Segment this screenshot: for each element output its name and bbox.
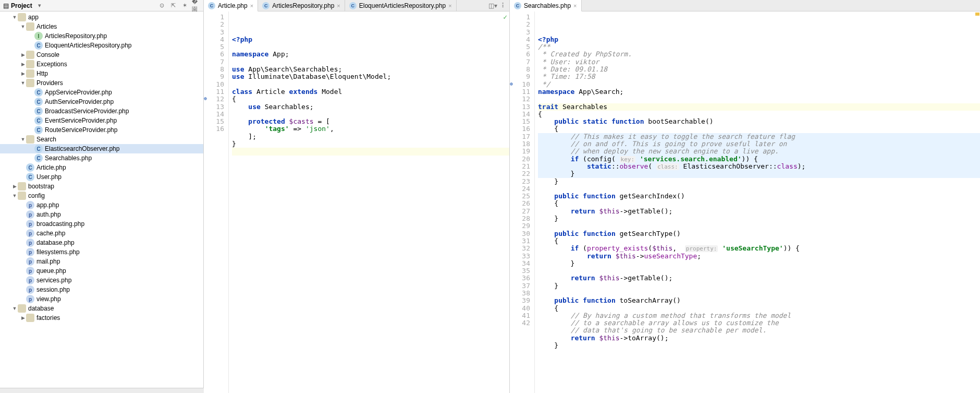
code-line[interactable]: * User: viktor xyxy=(538,58,980,66)
close-icon[interactable]: × xyxy=(573,3,577,9)
hide-icon[interactable]: �園 xyxy=(192,2,200,10)
code-editor-right[interactable]: 1234567891011121314151617181920212223242… xyxy=(510,11,980,393)
tree-node[interactable]: ▶Exceptions xyxy=(0,59,203,69)
code-line[interactable]: static::observe( class: ElasticsearchObs… xyxy=(538,163,980,170)
code-line[interactable]: 'tags' => 'json', xyxy=(232,125,509,133)
tree-node[interactable]: ·CBroadcastServiceProvider.php xyxy=(0,106,203,116)
code-line[interactable]: return $this->getTable(); xyxy=(538,275,980,282)
code-line[interactable]: * Created by PhpStorm. xyxy=(538,51,980,58)
code-line[interactable]: // By having a custom method that transf… xyxy=(538,312,980,319)
code-line[interactable]: } xyxy=(538,342,980,349)
code-line[interactable]: * Time: 17:58 xyxy=(538,73,980,80)
code-line[interactable]: { xyxy=(538,305,980,312)
chevron-down-icon[interactable]: ▼ xyxy=(20,80,26,86)
tree-node[interactable]: ·CArticle.php xyxy=(0,163,203,172)
code-line[interactable]: { xyxy=(538,200,980,207)
tree-node[interactable]: ·IArticlesRepository.php xyxy=(0,31,203,41)
code-line[interactable]: // to a searchable array allows us to cu… xyxy=(538,319,980,327)
code-line[interactable] xyxy=(538,290,980,297)
tree-node[interactable]: ·psession.php xyxy=(0,285,203,294)
code-line[interactable]: } xyxy=(538,215,980,222)
code-line[interactable]: class Article extends Model xyxy=(232,88,509,96)
code-right[interactable]: <?php/** * Created by PhpStorm. * User: … xyxy=(535,11,980,393)
collapse-icon[interactable]: ⇱ xyxy=(169,2,177,10)
tree-node[interactable]: ▼database xyxy=(0,304,203,313)
tree-node[interactable]: ·CEventServiceProvider.php xyxy=(0,116,203,125)
tree-node[interactable]: ·CRouteServiceProvider.php xyxy=(0,125,203,135)
code-line[interactable]: } xyxy=(538,170,980,177)
tree-node[interactable]: ▶Console xyxy=(0,50,203,59)
close-icon[interactable]: × xyxy=(337,3,340,9)
tree-node[interactable]: ·CUser.php xyxy=(0,172,203,182)
tree-node[interactable]: ·pdatabase.php xyxy=(0,238,203,247)
tree-node[interactable]: ▼config xyxy=(0,191,203,200)
settings-icon[interactable]: ✶ xyxy=(180,2,189,10)
code-line[interactable]: // data that's going to be searchable pe… xyxy=(538,327,980,334)
chevron-right-icon[interactable]: ▶ xyxy=(20,62,26,67)
code-line[interactable]: } xyxy=(232,140,509,148)
code-line[interactable]: public function getSearchType() xyxy=(538,230,980,237)
code-line[interactable]: return $this->getTable(); xyxy=(538,208,980,215)
code-line[interactable] xyxy=(538,185,980,193)
warning-stripe[interactable] xyxy=(975,11,980,393)
code-line[interactable]: { xyxy=(538,237,980,245)
tree-node[interactable]: ▶Http xyxy=(0,69,203,78)
code-line[interactable]: use Illuminate\Database\Eloquent\Model; xyxy=(232,73,509,80)
code-editor-left[interactable]: 12345678910111213141516 ✓ <?php namespac… xyxy=(204,11,509,393)
code-line[interactable] xyxy=(232,148,509,155)
code-line[interactable]: ]; xyxy=(232,133,509,140)
tree-node[interactable]: ·pcache.php xyxy=(0,229,203,238)
dropdown-icon[interactable]: ▾ xyxy=(35,2,44,10)
tree-node[interactable]: ▶factories xyxy=(0,313,203,323)
code-line[interactable]: } xyxy=(538,178,980,185)
tree-node[interactable]: ·pbroadcasting.php xyxy=(0,219,203,229)
editor-tab[interactable]: CArticlesRepository.php× xyxy=(258,0,345,11)
more-icon[interactable]: ⠇ xyxy=(501,2,506,9)
tree-node[interactable]: ·CElasticsearchObserver.php xyxy=(0,144,203,153)
editor-tab[interactable]: CEloquentArticlesRepository.php× xyxy=(345,0,457,11)
split-icon[interactable]: ◫▾ xyxy=(488,2,497,9)
code-line[interactable]: if (config( key: 'services.search.enable… xyxy=(538,156,980,163)
tree-node[interactable]: ▼Providers xyxy=(0,78,203,88)
code-line[interactable]: namespace App\Search; xyxy=(538,88,980,96)
code-line[interactable]: { xyxy=(538,111,980,118)
chevron-down-icon[interactable]: ▼ xyxy=(11,193,18,198)
code-line[interactable]: } xyxy=(538,282,980,290)
tree-node[interactable]: ·pauth.php xyxy=(0,210,203,219)
code-line[interactable]: * Date: 09.01.18 xyxy=(538,66,980,73)
code-line[interactable]: */ xyxy=(538,81,980,88)
code-line[interactable]: // on and off. This is going to prove us… xyxy=(538,140,980,148)
tree-node[interactable]: ·papp.php xyxy=(0,200,203,210)
editor-tab[interactable]: CArticle.php× xyxy=(204,0,258,11)
chevron-down-icon[interactable]: ▼ xyxy=(11,306,18,311)
tree-node[interactable]: ·pmail.php xyxy=(0,257,203,266)
chevron-down-icon[interactable]: ▼ xyxy=(20,24,26,29)
code-line[interactable]: <?php xyxy=(538,36,980,43)
code-line[interactable]: /** xyxy=(538,43,980,51)
chevron-right-icon[interactable]: ▶ xyxy=(20,71,26,76)
chevron-right-icon[interactable]: ▶ xyxy=(11,184,18,189)
chevron-down-icon[interactable]: ▼ xyxy=(11,15,18,20)
code-line[interactable]: use App\Search\Searchables; xyxy=(232,66,509,73)
code-line[interactable]: // This makes it easy to toggle the sear… xyxy=(538,133,980,140)
tree-node[interactable]: ·pfilesystems.php xyxy=(0,247,203,257)
tree-node[interactable]: ·pqueue.php xyxy=(0,266,203,276)
gutter-mark-icon[interactable] xyxy=(510,81,514,87)
code-line[interactable]: namespace App; xyxy=(232,51,509,58)
chevron-right-icon[interactable]: ▶ xyxy=(20,315,26,320)
code-line[interactable]: { xyxy=(232,96,509,103)
code-line[interactable]: // when deploy the new search engine to … xyxy=(538,148,980,155)
code-line[interactable]: if (property_exists($this, property: 'us… xyxy=(538,245,980,252)
tree-node[interactable]: ▼Articles xyxy=(0,22,203,31)
code-line[interactable]: public function toSearchArray() xyxy=(538,297,980,304)
tree-node[interactable]: ·CSearchables.php xyxy=(0,153,203,163)
code-line[interactable]: public function getSearchIndex() xyxy=(538,193,980,200)
target-icon[interactable]: ⊙ xyxy=(157,2,166,10)
tree-node[interactable]: ▼Search xyxy=(0,135,203,144)
code-line[interactable] xyxy=(538,96,980,103)
chevron-right-icon[interactable]: ▶ xyxy=(20,52,26,57)
code-line[interactable]: <?php xyxy=(232,36,509,43)
tree-node[interactable]: ▼app xyxy=(0,13,203,22)
code-line[interactable] xyxy=(538,222,980,230)
tree-node[interactable]: ·CAuthServiceProvider.php xyxy=(0,97,203,106)
